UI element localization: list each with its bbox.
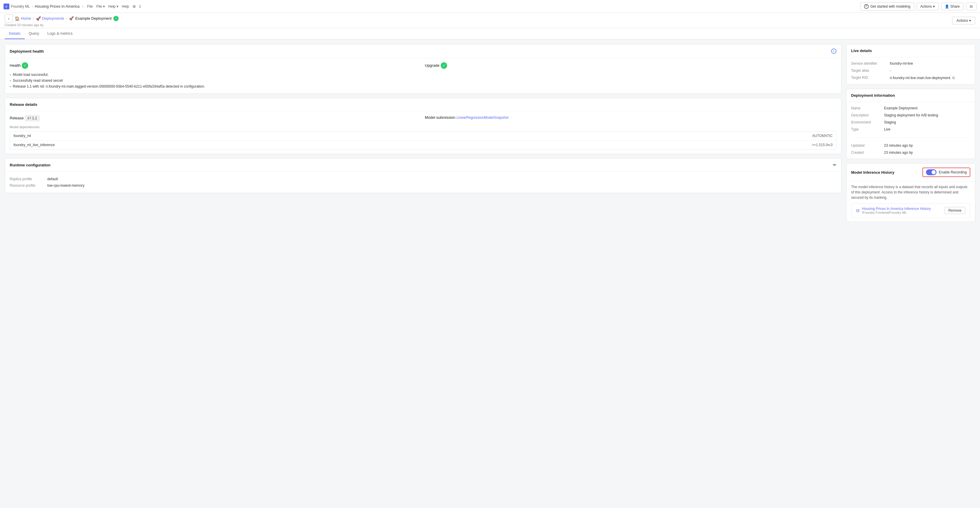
upgrade-col: Upgrade ✓	[425, 62, 837, 69]
health-grid: Health ✓ Upgrade ✓	[10, 62, 837, 69]
inference-history-link[interactable]: Housing Prices In America Inference Hist…	[862, 207, 931, 211]
grid-layout-button[interactable]: ⊟	[966, 3, 977, 10]
health-bullet-1: Successfully read shared secret	[10, 78, 837, 83]
file-menu[interactable]: File	[87, 5, 93, 8]
breadcrumb-actions-button[interactable]: Actions ▾	[952, 17, 975, 24]
file-label[interactable]: File ▾	[96, 5, 105, 8]
live-details-header: Live details	[846, 45, 975, 58]
crumb-sep-2: ›	[66, 16, 67, 21]
type-label: Type	[851, 127, 880, 131]
enable-recording-toggle[interactable]	[926, 169, 937, 175]
home-crumb[interactable]: 🏠 Home	[15, 16, 31, 21]
home-label: Home	[21, 16, 31, 21]
tab-query[interactable]: Query	[25, 28, 43, 39]
updated-label: Updated	[851, 144, 880, 148]
tab-logs-metrics[interactable]: Logs & metrics	[43, 28, 76, 39]
updated-row: Updated 23 minutes ago by	[851, 144, 970, 148]
star-icon[interactable]: ☆	[81, 4, 85, 8]
get-started-label: Get started with modeling	[870, 5, 910, 8]
deps-row-1: foundry_ml_live_inference >=1.515.0rc3	[10, 141, 836, 149]
model-submission-label: Model submission	[425, 115, 455, 120]
release-badge: 🏷 1.1	[25, 115, 40, 121]
breadcrumb-actions-label: Actions	[956, 19, 968, 22]
updated-value: 23 minutes ago by	[884, 144, 913, 148]
mih-link-row: ⊟ Housing Prices In America Inference Hi…	[851, 203, 970, 217]
app-icon: F	[3, 3, 10, 10]
target-alias-value: -	[890, 69, 891, 73]
inference-history-path: /Foundry Frontend/Foundry ML	[862, 211, 931, 214]
model-inference-history-card: Model Inference History Enable Recording…	[846, 163, 975, 222]
created-value: 23 minutes ago by	[884, 150, 913, 155]
share-button[interactable]: 👤 Share	[941, 3, 964, 10]
left-column: Deployment health i Health ✓ Upgrade ✓ M…	[5, 44, 842, 496]
live-details-card: Live details Service identifier foundry-…	[846, 44, 975, 85]
target-rid-label: Target RID	[851, 75, 886, 80]
health-bullet-0: Model load successful.	[10, 72, 837, 78]
detail-rows: Service identifier foundry-ml-live Targe…	[851, 61, 970, 80]
top-bar-title: F Foundry ML › Housing Prices In America…	[3, 3, 85, 10]
type-value: Live	[884, 127, 891, 131]
project-name[interactable]: Housing Prices In America	[35, 4, 79, 8]
top-bar-right: ? Get started with modeling Actions ▾ 👤 …	[860, 2, 977, 11]
description-value: Staging deployment for A/B testing	[884, 113, 938, 117]
mih-description: The model inference history is a dataset…	[846, 181, 975, 203]
release-details-header: Release details	[5, 98, 841, 111]
tag-icon: 🏷	[27, 116, 31, 120]
model-deps-label: Model dependencies	[10, 125, 837, 129]
target-rid-value: ri.foundry-ml-live.main.live-deployment.…	[890, 75, 955, 80]
resource-label: Resource profile	[10, 184, 45, 188]
description-label: Description	[851, 113, 880, 117]
environment-row: Environment Staging	[851, 120, 970, 125]
deployment-health-body: Health ✓ Upgrade ✓ Model load successful…	[5, 58, 841, 93]
mih-link-left: ⊟ Housing Prices In America Inference Hi…	[856, 206, 931, 214]
type-row: Type Live	[851, 127, 970, 131]
dataset-icon: ⊟	[856, 208, 860, 213]
actions-label: Actions	[920, 5, 932, 8]
upgrade-check-icon: ✓	[441, 62, 447, 69]
runtime-config-title: Runtime configuration	[10, 163, 51, 167]
svg-text:F: F	[6, 5, 7, 8]
replica-row: Replica profile default	[10, 176, 837, 182]
deployments-icon: 🚀	[36, 16, 41, 21]
help-circle-icon: ?	[864, 4, 869, 9]
live-details-body: Service identifier foundry-ml-live Targe…	[846, 58, 975, 85]
target-alias-row: Target alias -	[851, 69, 970, 73]
info-rows: Name Example Deployment Description Stag…	[851, 106, 970, 155]
status-check-icon: ✓	[113, 16, 119, 21]
mih-title: Model Inference History	[851, 170, 894, 175]
tab-details[interactable]: Details	[5, 28, 25, 39]
deps-name-0: foundry_ml	[13, 134, 31, 138]
deployment-health-card: Deployment health i Health ✓ Upgrade ✓ M…	[5, 44, 842, 94]
grid-icon[interactable]: ⊞	[133, 5, 136, 8]
toggle-slider	[926, 169, 937, 175]
release-value: 1.1	[32, 116, 37, 120]
help-menu[interactable]: Help ▾	[108, 5, 118, 8]
top-bar-menu: File File ▾ Help ▾ Help ⊞ 1	[87, 5, 141, 8]
info-icon[interactable]: i	[831, 48, 837, 54]
current-crumb: 🚀 Example Deployment ✓	[69, 16, 119, 21]
current-label: Example Deployment	[75, 16, 112, 21]
remove-button[interactable]: Remove	[945, 207, 965, 214]
grid-count: 1	[139, 5, 141, 8]
mih-link-info: Housing Prices In America Inference Hist…	[862, 206, 931, 214]
runtime-config-card: Runtime configuration ✏ Replica profile …	[5, 158, 842, 193]
service-id-row: Service identifier foundry-ml-live	[851, 61, 970, 65]
back-button[interactable]: ‹	[5, 14, 13, 22]
release-details-title: Release details	[10, 102, 37, 107]
deployments-crumb[interactable]: 🚀 Deployments	[36, 16, 64, 21]
release-details-body: Release 🏷 1.1 Model submission LinearReg…	[5, 111, 841, 154]
copy-icon[interactable]: ⧉	[952, 75, 955, 80]
get-started-button[interactable]: ? Get started with modeling	[860, 2, 914, 11]
runtime-config-header: Runtime configuration ✏	[5, 158, 841, 172]
actions-chevron-icon: ▾	[933, 5, 935, 8]
health-col: Health ✓	[10, 62, 421, 69]
model-submission-link[interactable]: LinearRegressionModelSnapshot	[457, 115, 509, 120]
replica-value: default	[47, 177, 58, 181]
help-label[interactable]: Help	[122, 5, 129, 8]
edit-icon[interactable]: ✏	[833, 163, 837, 167]
app-name: Foundry ML	[11, 5, 30, 8]
description-row: Description Staging deployment for A/B t…	[851, 113, 970, 117]
model-submission-col: Model submission LinearRegressionModelSn…	[425, 115, 837, 121]
topbar-actions-button[interactable]: Actions ▾	[916, 3, 939, 10]
deps-row-0: foundry_ml AUTOMATIC	[10, 131, 836, 141]
